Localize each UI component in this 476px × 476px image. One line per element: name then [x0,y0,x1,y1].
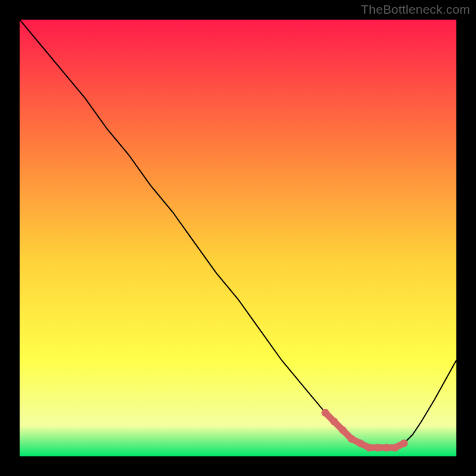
optimal-marker-dot [347,435,355,443]
optimal-marker-dot [330,418,338,425]
optimal-marker-dot [321,409,329,416]
optimal-marker-dot [356,440,364,447]
chart-svg [20,20,456,456]
plot-area [20,20,456,456]
optimal-marker-dot [392,444,399,452]
optimal-marker-dot [400,440,408,447]
optimal-marker-dot [374,444,381,452]
optimal-marker-dot [383,444,390,452]
gradient-background [20,20,456,456]
optimal-marker-dot [339,427,347,434]
watermark-text: TheBottleneck.com [361,2,470,17]
optimal-marker-dot [365,444,373,452]
chart-frame: TheBottleneck.com [0,0,476,476]
